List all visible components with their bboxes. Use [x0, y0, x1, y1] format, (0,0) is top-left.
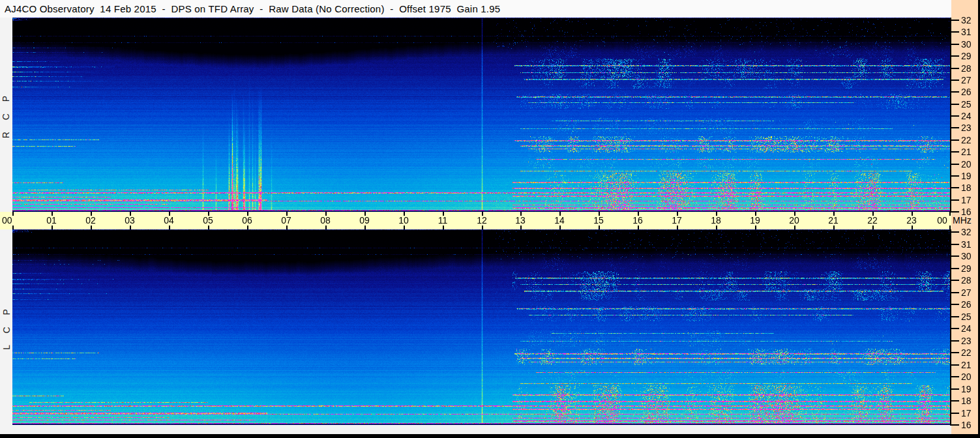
time-tick-label: 00 — [932, 212, 952, 229]
freq-tick-label: 23 — [961, 336, 978, 346]
freq-tick-label: 19 — [961, 384, 978, 394]
freq-tick-label: 32 — [961, 227, 978, 237]
freq-tick-label: 25 — [961, 99, 978, 110]
freq-tick-label: 27 — [961, 287, 978, 298]
time-tick-label: 12 — [472, 212, 492, 229]
freq-tick — [950, 328, 959, 329]
page-title: AJ4CO Observatory 14 Feb 2015 - DPS on T… — [0, 3, 500, 14]
freq-tick — [950, 376, 959, 377]
lcp-spectrogram — [12, 229, 951, 425]
rcp-panel-label: R C P — [1, 91, 12, 138]
freq-tick — [950, 244, 959, 245]
time-tick-label: 18 — [706, 212, 726, 229]
freq-tick — [950, 231, 959, 233]
time-tick-label: 09 — [355, 212, 374, 229]
freq-tick — [950, 31, 959, 33]
freq-tick-label: 19 — [961, 171, 978, 181]
lcp-panel-label-box: L C P — [0, 275, 12, 379]
time-tick-label: 22 — [863, 212, 882, 229]
freq-tick-label: 23 — [961, 123, 978, 133]
freq-tick — [950, 187, 959, 188]
time-tick-label: 01 — [42, 212, 61, 229]
freq-tick — [950, 340, 959, 342]
bottom-margin — [0, 425, 951, 434]
title-bar: AJ4CO Observatory 14 Feb 2015 - DPS on T… — [0, 0, 951, 18]
freq-tick-label: 31 — [961, 27, 978, 37]
freq-tick-label: 22 — [961, 135, 978, 145]
freq-tick-label: 31 — [961, 239, 978, 250]
freq-tick-label: 27 — [961, 75, 978, 85]
freq-tick — [950, 104, 959, 105]
freq-tick — [950, 20, 959, 21]
freq-tick-label: 24 — [961, 111, 978, 121]
spectrograph-window: AJ4CO Observatory 14 Feb 2015 - DPS on T… — [0, 0, 980, 438]
freq-tick-label: 18 — [961, 396, 978, 406]
freq-tick-label: 30 — [961, 251, 978, 261]
time-tick-label: 23 — [902, 212, 921, 229]
time-tick-label: 06 — [237, 212, 257, 229]
freq-tick-label: 17 — [961, 195, 978, 205]
freq-tick-label: 17 — [961, 408, 978, 418]
time-tick-label: 19 — [745, 212, 765, 229]
time-tick-label: 20 — [784, 212, 804, 229]
freq-tick — [950, 151, 959, 153]
freq-tick — [950, 256, 959, 257]
freq-tick-label: 16 — [961, 420, 978, 430]
rcp-panel-label-box: R C P — [0, 63, 12, 167]
freq-tick — [950, 364, 959, 366]
freq-tick — [950, 413, 959, 414]
freq-tick — [950, 80, 959, 81]
lcp-panel-label: L C P — [1, 304, 12, 350]
time-tick-label: 10 — [394, 212, 413, 229]
freq-tick — [950, 127, 959, 128]
time-tick-label: 05 — [198, 212, 218, 229]
time-tick-label: 03 — [120, 212, 140, 229]
frequency-rule-bottom — [950, 229, 951, 425]
freq-tick-label: 20 — [961, 372, 978, 382]
freq-tick-label: 28 — [961, 275, 978, 285]
frequency-rule-top — [950, 18, 951, 212]
time-tick-label: 08 — [316, 212, 335, 229]
freq-tick — [950, 68, 959, 69]
time-tick-label: 21 — [824, 212, 843, 229]
time-tick-label: 02 — [81, 212, 100, 229]
freq-tick — [950, 280, 959, 281]
time-tick-label: 15 — [589, 212, 608, 229]
freq-tick — [950, 115, 959, 117]
time-tick-label: 16 — [628, 212, 647, 229]
freq-tick — [950, 91, 959, 93]
freq-tick-label: 29 — [961, 51, 978, 61]
freq-tick — [950, 164, 959, 165]
freq-tick — [950, 55, 959, 57]
freq-tick — [950, 268, 959, 269]
freq-tick-label: 24 — [961, 323, 978, 334]
freq-tick-label: 30 — [961, 39, 978, 50]
rcp-spectrogram — [12, 18, 951, 212]
bottom-border — [0, 434, 980, 438]
time-tick-label: 04 — [159, 212, 179, 229]
freq-tick-label: 18 — [961, 182, 978, 193]
time-tick-label: 00 — [2, 212, 22, 229]
freq-tick — [950, 304, 959, 305]
freq-tick-label: 26 — [961, 299, 978, 310]
freq-tick-label: 29 — [961, 263, 978, 274]
freq-tick-label: 32 — [961, 15, 978, 25]
time-tick-label: 17 — [667, 212, 687, 229]
freq-tick — [950, 139, 959, 141]
freq-tick — [950, 352, 959, 353]
time-tick-label: 14 — [550, 212, 569, 229]
freq-tick-label: 25 — [961, 312, 978, 322]
freq-tick — [950, 211, 959, 212]
freq-tick — [950, 388, 959, 390]
time-tick-label: 11 — [433, 212, 453, 229]
freq-tick-label: 21 — [961, 147, 978, 157]
freq-tick — [950, 424, 959, 426]
freq-tick — [950, 175, 959, 177]
freq-tick-label: 16 — [961, 207, 978, 217]
freq-tick-label: 20 — [961, 159, 978, 169]
freq-tick-label: 28 — [961, 63, 978, 74]
freq-tick-label: 22 — [961, 347, 978, 358]
freq-tick — [950, 292, 959, 293]
freq-tick-label: 26 — [961, 87, 978, 97]
freq-tick — [950, 316, 959, 317]
